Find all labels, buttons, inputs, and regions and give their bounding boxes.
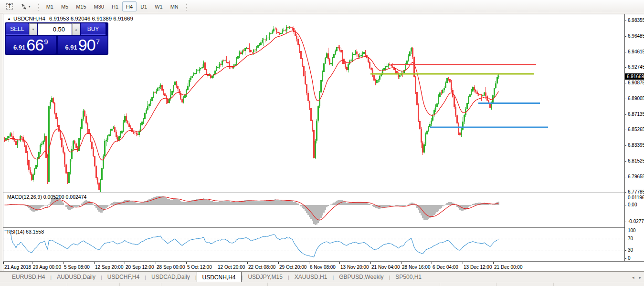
- axis-tick: [625, 239, 626, 239]
- chart-tab-usdchf-h4[interactable]: USDCHF,H4: [102, 272, 145, 282]
- chart-tab-gbpusd-weekly[interactable]: GBPUSD,Weekly: [334, 272, 389, 282]
- arrows-tool-button[interactable]: ▾: [17, 1, 34, 11]
- sell-price-big: 66: [26, 37, 43, 53]
- time-axis-label: 29 Aug 00:00: [33, 265, 61, 270]
- macd-axis-label: -0.027758: [628, 219, 644, 224]
- time-axis-label: 6 Dec 04:00: [433, 265, 458, 270]
- time-axis-label: 22 Oct 08:00: [248, 265, 275, 270]
- status-bar-divider: [119, 283, 120, 286]
- chart-ohlc-values: 6.91953 6.92046 6.91389 6.91669: [49, 16, 133, 21]
- price-axis-label: 6.96485: [628, 34, 644, 39]
- price-axis-label: 6.87135: [628, 112, 644, 117]
- price-axis-label: 6.83395: [628, 143, 644, 148]
- toolbar-grip: [185, 2, 188, 11]
- timeframe-button-w1[interactable]: W1: [151, 1, 167, 11]
- chart-tab-usdcnh-h4[interactable]: USDCNH,H4: [197, 272, 242, 282]
- current-price-badge: 6.91669: [625, 73, 644, 80]
- time-axis-tick: [94, 262, 95, 264]
- time-axis-tick: [493, 262, 494, 264]
- status-bar-divider: [161, 283, 161, 286]
- time-axis-label: 21 Nov 04:00: [371, 265, 400, 270]
- time-axis-tick: [186, 262, 187, 264]
- axis-tick: [625, 99, 626, 99]
- sell-button[interactable]: SELL: [6, 23, 29, 35]
- axis-tick: [625, 145, 626, 146]
- buy-price-display[interactable]: 6.91907: [58, 36, 108, 54]
- rsi-pane-separator[interactable]: [3, 227, 644, 228]
- macd-pane-canvas[interactable]: [3, 193, 624, 227]
- timeframe-button-group: M1M5M15M30H1H4D1W1MN: [42, 1, 182, 11]
- axis-tick: [625, 52, 626, 52]
- time-axis-tick: [156, 262, 156, 264]
- tab-scroll-left-icon[interactable]: ◂: [632, 275, 634, 280]
- volume-increase-button[interactable]: ▲: [72, 23, 80, 35]
- buy-button[interactable]: BUY: [81, 23, 106, 35]
- plot-area: ▲USDCNH,H46.91953 6.92046 6.91389 6.9166…: [3, 14, 624, 272]
- text-tool-button[interactable]: T: [2, 1, 17, 11]
- chart-window: ▲USDCNH,H46.91953 6.92046 6.91389 6.9166…: [3, 14, 644, 271]
- chart-symbol-label: USDCNH,H4: [13, 16, 45, 21]
- volume-input[interactable]: [38, 23, 72, 35]
- axis-tick: [625, 231, 626, 231]
- tab-scroll-right-icon[interactable]: ▸: [639, 275, 641, 280]
- timeframe-button-h4[interactable]: H4: [122, 1, 137, 11]
- time-axis-label: 13 Nov 20:00: [340, 265, 369, 270]
- rsi-pane-canvas[interactable]: [3, 227, 624, 261]
- chart-tab-usdcad-daily[interactable]: USDCAD,Daily: [146, 272, 195, 282]
- axis-tick: [625, 36, 626, 37]
- toolbar-grip: [37, 2, 40, 11]
- timeframe-button-m15[interactable]: M15: [72, 1, 90, 11]
- volume-decrease-button[interactable]: ▼: [29, 23, 37, 35]
- sell-price-prefix: 6.91: [13, 44, 25, 51]
- time-axis-label: 21 Aug 2018: [4, 265, 31, 270]
- chart-tab-audusd-daily[interactable]: AUDUSD,Daily: [52, 272, 101, 282]
- price-axis[interactable]: 6.983556.964856.946156.927456.908756.890…: [624, 14, 644, 261]
- time-axis-label: 28 Sep 00:00: [157, 265, 185, 270]
- chart-tab-xauusd-h1[interactable]: XAUUSD,H1: [289, 272, 333, 282]
- price-axis-label: 6.90875: [628, 81, 644, 85]
- axis-tick: [625, 67, 626, 68]
- spinner-up-icon: ▲: [75, 28, 78, 31]
- time-axis-label: 29 Oct 20:00: [279, 265, 306, 270]
- axis-tick: [625, 177, 626, 177]
- time-axis-tick: [370, 262, 371, 264]
- rsi-axis-label: 30: [628, 248, 633, 253]
- buy-price-sup: 7: [96, 38, 100, 46]
- timeframe-button-mn[interactable]: MN: [167, 1, 182, 11]
- chart-tab-usdjpy-m15[interactable]: USDJPY,M15: [243, 272, 287, 282]
- time-axis-label: 6 Nov 08:00: [310, 265, 336, 270]
- timeframe-button-d1[interactable]: D1: [137, 1, 151, 11]
- axis-tick: [625, 83, 626, 83]
- price-axis-label: 6.81525: [628, 159, 644, 163]
- chart-tab-bar: EURUSD,H4|AUDUSD,Daily|USDCHF,H4|USDCAD,…: [0, 271, 644, 282]
- timeframe-button-h1[interactable]: H1: [108, 1, 122, 11]
- time-axis-tick: [217, 262, 217, 264]
- time-axis[interactable]: 21 Aug 201829 Aug 00:005 Sep 08:0012 Sep…: [3, 262, 624, 272]
- one-click-trading-panel: SELL ▼ ▲ BUY 6.91669 6.91907: [5, 22, 108, 55]
- chart-tab-eurusd-h4[interactable]: EURUSD,H4: [7, 272, 50, 282]
- macd-pane-separator[interactable]: [3, 193, 644, 194]
- time-axis-tick: [339, 262, 340, 264]
- status-bar-divider: [67, 283, 67, 286]
- time-axis-tick: [401, 262, 401, 264]
- text-tool-icon: T: [6, 3, 13, 10]
- rsi-axis-label: 100: [628, 228, 636, 233]
- price-axis-label: 6.79655: [628, 174, 644, 179]
- axis-tick: [625, 161, 626, 162]
- tab-scroll-buttons: ◂ ▸: [632, 275, 641, 280]
- axis-tick: [625, 192, 626, 193]
- chart-tab-sp500-h1[interactable]: SP500,H1: [390, 272, 427, 282]
- time-axis-tick: [432, 262, 432, 264]
- time-axis-tick: [463, 262, 463, 264]
- status-bar: [0, 282, 644, 286]
- timeframe-button-m30[interactable]: M30: [90, 1, 108, 11]
- sell-price-display[interactable]: 6.91669: [6, 36, 56, 54]
- axis-tick: [625, 20, 626, 21]
- axis-tick: [625, 114, 626, 115]
- time-axis-tick: [309, 262, 309, 264]
- time-axis-tick: [125, 262, 125, 264]
- price-axis-label: 6.85265: [628, 127, 644, 132]
- timeframe-button-m1[interactable]: M1: [42, 1, 57, 11]
- toolbar: T ▾ M1M5M15M30H1H4D1W1MN: [0, 0, 644, 13]
- timeframe-button-m5[interactable]: M5: [57, 1, 72, 11]
